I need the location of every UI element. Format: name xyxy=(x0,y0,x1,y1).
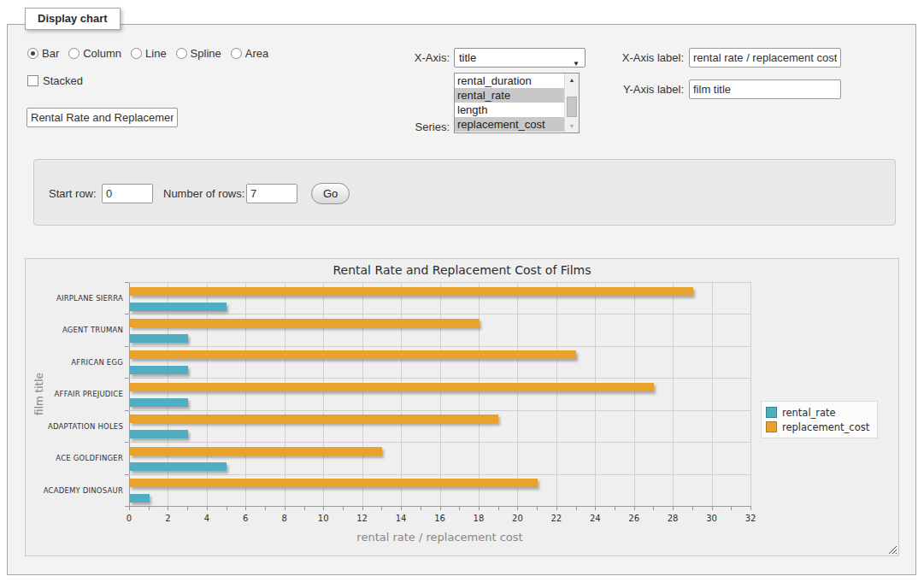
gridline-vertical xyxy=(362,282,363,506)
radio-bar-icon[interactable] xyxy=(27,48,38,59)
category-label: AFFAIR PREJUDICE xyxy=(55,390,123,398)
bar-replacement_cost xyxy=(130,479,538,487)
gridline-vertical xyxy=(323,282,324,506)
series-caption: Series: xyxy=(333,117,450,137)
radio-label-bar: Bar xyxy=(42,47,59,60)
xtick-label: 6 xyxy=(232,514,258,523)
xaxis-minor-tick xyxy=(245,506,246,510)
xaxis-label-input[interactable] xyxy=(689,48,841,68)
xaxis-minor-tick xyxy=(323,506,324,510)
xaxis-minor-tick xyxy=(129,506,130,510)
xaxis-minor-tick xyxy=(615,506,615,510)
yaxis-tick xyxy=(125,474,129,475)
xaxis-minor-tick xyxy=(168,506,168,510)
chart-panel: Rental Rate and Replacement Cost of Film… xyxy=(25,258,899,556)
radio-item-line[interactable]: Line xyxy=(131,47,167,60)
xtick-label: 12 xyxy=(350,514,375,523)
xtick-label: 16 xyxy=(427,514,453,523)
xtick-label: 28 xyxy=(660,514,686,523)
num-rows-label: Number of rows: xyxy=(163,184,244,203)
gridline-vertical xyxy=(129,282,130,506)
bar-rental_rate xyxy=(130,462,227,471)
yaxis-tick xyxy=(125,346,129,347)
category-label: ADAPTATION HOLES xyxy=(48,422,123,431)
xtick-label: 2 xyxy=(155,514,180,523)
radio-line-icon[interactable] xyxy=(131,48,142,59)
gridline-horizontal xyxy=(129,282,750,283)
go-button[interactable]: Go xyxy=(311,183,350,204)
xaxis-minor-tick xyxy=(440,506,441,510)
radio-item-spline[interactable]: Spline xyxy=(176,47,221,60)
gridline-vertical xyxy=(207,282,208,506)
yaxis-label-input[interactable] xyxy=(689,79,841,99)
scrollbar-thumb[interactable] xyxy=(567,97,577,117)
xaxis-minor-tick xyxy=(304,506,305,510)
series-option-rental_duration[interactable]: rental_duration xyxy=(455,73,564,88)
radio-column-icon[interactable] xyxy=(68,48,79,59)
xaxis-minor-tick xyxy=(498,506,499,510)
bar-replacement_cost xyxy=(130,383,654,391)
resize-handle-icon[interactable] xyxy=(887,544,897,554)
xtick-label: 20 xyxy=(504,514,530,523)
xtick-label: 22 xyxy=(544,514,569,523)
xtick-label: 18 xyxy=(466,514,491,523)
gridline-vertical xyxy=(517,282,518,506)
radio-area-icon[interactable] xyxy=(231,48,242,59)
bar-rental_rate xyxy=(130,366,188,374)
chart-title-input[interactable] xyxy=(26,108,178,127)
yaxis-label-caption: Y-Axis label: xyxy=(563,79,684,99)
num-rows-input[interactable] xyxy=(246,184,297,203)
gridline-horizontal xyxy=(129,442,750,443)
gridline-horizontal xyxy=(129,378,750,379)
chart-legend: rental_ratereplacement_cost xyxy=(761,401,878,438)
xaxis-minor-tick xyxy=(362,506,363,510)
bar-replacement_cost xyxy=(130,414,498,423)
chart-title: Rental Rate and Replacement Cost of Film… xyxy=(26,263,898,277)
legend-item-replacement_cost: replacement_cost xyxy=(766,420,869,434)
gridline-vertical xyxy=(750,282,751,506)
xaxis-minor-tick xyxy=(731,506,732,510)
category-label: AGENT TRUMAN xyxy=(62,326,123,334)
gridline-vertical xyxy=(673,282,674,506)
gridline-vertical xyxy=(634,282,635,506)
category-label: AIRPLANE SIERRA xyxy=(56,294,123,303)
bar-rental_rate xyxy=(130,398,188,407)
series-options: rental_durationrental_ratelengthreplacem… xyxy=(455,73,579,132)
category-label: ACE GOLDFINGER xyxy=(56,454,123,462)
radio-item-bar[interactable]: Bar xyxy=(27,47,59,60)
xtick-label: 10 xyxy=(310,514,336,523)
start-row-label: Start row: xyxy=(49,184,97,203)
legend-swatch-rental_rate xyxy=(766,407,777,418)
xtick-label: 24 xyxy=(582,514,608,523)
legend-swatch-replacement_cost xyxy=(766,421,777,432)
yaxis-tick xyxy=(125,410,129,411)
gridline-vertical xyxy=(245,282,246,506)
stacked-checkbox[interactable] xyxy=(27,75,38,86)
gridline-vertical xyxy=(440,282,441,506)
xaxis-minor-tick xyxy=(459,506,460,510)
xtick-label: 30 xyxy=(699,514,725,523)
display-chart-tab: Display chart xyxy=(25,8,121,30)
series-listbox[interactable]: rental_durationrental_ratelengthreplacem… xyxy=(454,73,580,133)
series-option-replacement_cost[interactable]: replacement_cost xyxy=(455,117,564,132)
radio-item-area[interactable]: Area xyxy=(231,47,268,60)
xaxis-minor-tick xyxy=(207,506,208,510)
stacked-row[interactable]: Stacked xyxy=(27,74,83,87)
xaxis-selected-value: title xyxy=(459,51,476,64)
radio-label-spline: Spline xyxy=(191,47,221,60)
series-option-length[interactable]: length xyxy=(455,103,564,117)
bar-replacement_cost xyxy=(130,287,693,296)
start-row-input[interactable] xyxy=(102,184,153,203)
radio-spline-icon[interactable] xyxy=(176,48,187,59)
radio-label-line: Line xyxy=(145,47,167,60)
series-option-rental_rate[interactable]: rental_rate xyxy=(455,88,564,103)
yaxis-tick xyxy=(125,378,129,379)
xaxis-minor-tick xyxy=(517,506,518,510)
radio-item-column[interactable]: Column xyxy=(68,47,121,60)
xtick-label: 14 xyxy=(388,514,414,523)
xaxis-minor-tick xyxy=(401,506,402,510)
scroll-down-icon[interactable]: ▼ xyxy=(565,120,579,132)
yaxis-title: film title xyxy=(33,373,45,415)
legend-label: replacement_cost xyxy=(782,421,869,433)
xtick-label: 26 xyxy=(621,514,647,523)
